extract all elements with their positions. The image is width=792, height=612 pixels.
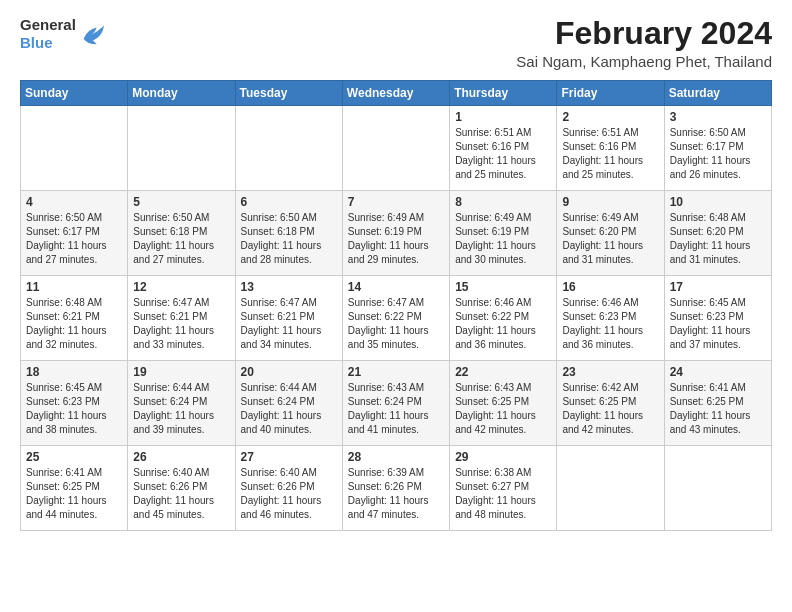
calendar-cell: 3Sunrise: 6:50 AMSunset: 6:17 PMDaylight…: [664, 106, 771, 191]
calendar-cell: 26Sunrise: 6:40 AMSunset: 6:26 PMDayligh…: [128, 446, 235, 531]
day-number: 6: [241, 195, 337, 209]
day-info: Sunrise: 6:47 AMSunset: 6:21 PMDaylight:…: [241, 296, 337, 352]
calendar-header-row: SundayMondayTuesdayWednesdayThursdayFrid…: [21, 81, 772, 106]
logo-bird-icon: [78, 20, 106, 48]
calendar-cell: 15Sunrise: 6:46 AMSunset: 6:22 PMDayligh…: [450, 276, 557, 361]
calendar-cell: [664, 446, 771, 531]
day-number: 29: [455, 450, 551, 464]
day-info: Sunrise: 6:48 AMSunset: 6:21 PMDaylight:…: [26, 296, 122, 352]
logo-blue: Blue: [20, 34, 76, 52]
calendar-cell: 22Sunrise: 6:43 AMSunset: 6:25 PMDayligh…: [450, 361, 557, 446]
calendar-week-4: 25Sunrise: 6:41 AMSunset: 6:25 PMDayligh…: [21, 446, 772, 531]
calendar-cell: [128, 106, 235, 191]
day-number: 26: [133, 450, 229, 464]
day-number: 15: [455, 280, 551, 294]
day-info: Sunrise: 6:49 AMSunset: 6:19 PMDaylight:…: [348, 211, 444, 267]
day-number: 17: [670, 280, 766, 294]
day-number: 7: [348, 195, 444, 209]
day-number: 9: [562, 195, 658, 209]
calendar-cell: 7Sunrise: 6:49 AMSunset: 6:19 PMDaylight…: [342, 191, 449, 276]
calendar-cell: 28Sunrise: 6:39 AMSunset: 6:26 PMDayligh…: [342, 446, 449, 531]
day-number: 21: [348, 365, 444, 379]
calendar-week-1: 4Sunrise: 6:50 AMSunset: 6:17 PMDaylight…: [21, 191, 772, 276]
day-number: 10: [670, 195, 766, 209]
calendar-week-0: 1Sunrise: 6:51 AMSunset: 6:16 PMDaylight…: [21, 106, 772, 191]
calendar-cell: 2Sunrise: 6:51 AMSunset: 6:16 PMDaylight…: [557, 106, 664, 191]
day-info: Sunrise: 6:50 AMSunset: 6:18 PMDaylight:…: [133, 211, 229, 267]
day-number: 18: [26, 365, 122, 379]
calendar-cell: [21, 106, 128, 191]
day-info: Sunrise: 6:40 AMSunset: 6:26 PMDaylight:…: [241, 466, 337, 522]
day-info: Sunrise: 6:46 AMSunset: 6:23 PMDaylight:…: [562, 296, 658, 352]
day-info: Sunrise: 6:47 AMSunset: 6:22 PMDaylight:…: [348, 296, 444, 352]
day-info: Sunrise: 6:41 AMSunset: 6:25 PMDaylight:…: [26, 466, 122, 522]
calendar-cell: 25Sunrise: 6:41 AMSunset: 6:25 PMDayligh…: [21, 446, 128, 531]
calendar-header-wednesday: Wednesday: [342, 81, 449, 106]
calendar-cell: 27Sunrise: 6:40 AMSunset: 6:26 PMDayligh…: [235, 446, 342, 531]
calendar-table: SundayMondayTuesdayWednesdayThursdayFrid…: [20, 80, 772, 531]
day-number: 2: [562, 110, 658, 124]
day-number: 28: [348, 450, 444, 464]
calendar-week-3: 18Sunrise: 6:45 AMSunset: 6:23 PMDayligh…: [21, 361, 772, 446]
day-number: 14: [348, 280, 444, 294]
day-info: Sunrise: 6:47 AMSunset: 6:21 PMDaylight:…: [133, 296, 229, 352]
calendar-cell: 23Sunrise: 6:42 AMSunset: 6:25 PMDayligh…: [557, 361, 664, 446]
calendar-cell: 5Sunrise: 6:50 AMSunset: 6:18 PMDaylight…: [128, 191, 235, 276]
day-number: 22: [455, 365, 551, 379]
day-info: Sunrise: 6:39 AMSunset: 6:26 PMDaylight:…: [348, 466, 444, 522]
day-number: 27: [241, 450, 337, 464]
day-info: Sunrise: 6:41 AMSunset: 6:25 PMDaylight:…: [670, 381, 766, 437]
day-info: Sunrise: 6:49 AMSunset: 6:20 PMDaylight:…: [562, 211, 658, 267]
calendar-cell: 21Sunrise: 6:43 AMSunset: 6:24 PMDayligh…: [342, 361, 449, 446]
day-info: Sunrise: 6:45 AMSunset: 6:23 PMDaylight:…: [670, 296, 766, 352]
calendar-cell: 4Sunrise: 6:50 AMSunset: 6:17 PMDaylight…: [21, 191, 128, 276]
calendar-header-monday: Monday: [128, 81, 235, 106]
day-info: Sunrise: 6:48 AMSunset: 6:20 PMDaylight:…: [670, 211, 766, 267]
subtitle: Sai Ngam, Kamphaeng Phet, Thailand: [516, 53, 772, 70]
calendar-header-thursday: Thursday: [450, 81, 557, 106]
day-number: 16: [562, 280, 658, 294]
calendar-cell: 14Sunrise: 6:47 AMSunset: 6:22 PMDayligh…: [342, 276, 449, 361]
calendar-cell: 11Sunrise: 6:48 AMSunset: 6:21 PMDayligh…: [21, 276, 128, 361]
day-info: Sunrise: 6:44 AMSunset: 6:24 PMDaylight:…: [241, 381, 337, 437]
day-number: 23: [562, 365, 658, 379]
calendar-cell: 6Sunrise: 6:50 AMSunset: 6:18 PMDaylight…: [235, 191, 342, 276]
calendar-cell: [235, 106, 342, 191]
title-block: February 2024 Sai Ngam, Kamphaeng Phet, …: [516, 16, 772, 70]
day-number: 4: [26, 195, 122, 209]
calendar-cell: 13Sunrise: 6:47 AMSunset: 6:21 PMDayligh…: [235, 276, 342, 361]
day-number: 25: [26, 450, 122, 464]
calendar-cell: 20Sunrise: 6:44 AMSunset: 6:24 PMDayligh…: [235, 361, 342, 446]
day-number: 3: [670, 110, 766, 124]
calendar-cell: 29Sunrise: 6:38 AMSunset: 6:27 PMDayligh…: [450, 446, 557, 531]
day-number: 11: [26, 280, 122, 294]
day-info: Sunrise: 6:43 AMSunset: 6:25 PMDaylight:…: [455, 381, 551, 437]
day-number: 24: [670, 365, 766, 379]
calendar-cell: 18Sunrise: 6:45 AMSunset: 6:23 PMDayligh…: [21, 361, 128, 446]
day-info: Sunrise: 6:46 AMSunset: 6:22 PMDaylight:…: [455, 296, 551, 352]
day-info: Sunrise: 6:42 AMSunset: 6:25 PMDaylight:…: [562, 381, 658, 437]
calendar-header-saturday: Saturday: [664, 81, 771, 106]
calendar-cell: 8Sunrise: 6:49 AMSunset: 6:19 PMDaylight…: [450, 191, 557, 276]
logo: General Blue: [20, 16, 106, 52]
calendar-cell: 17Sunrise: 6:45 AMSunset: 6:23 PMDayligh…: [664, 276, 771, 361]
calendar-cell: 24Sunrise: 6:41 AMSunset: 6:25 PMDayligh…: [664, 361, 771, 446]
calendar-header-friday: Friday: [557, 81, 664, 106]
calendar-cell: 9Sunrise: 6:49 AMSunset: 6:20 PMDaylight…: [557, 191, 664, 276]
calendar-body: 1Sunrise: 6:51 AMSunset: 6:16 PMDaylight…: [21, 106, 772, 531]
day-number: 20: [241, 365, 337, 379]
day-info: Sunrise: 6:44 AMSunset: 6:24 PMDaylight:…: [133, 381, 229, 437]
day-info: Sunrise: 6:51 AMSunset: 6:16 PMDaylight:…: [562, 126, 658, 182]
logo-general: General: [20, 16, 76, 34]
day-number: 19: [133, 365, 229, 379]
calendar-cell: [342, 106, 449, 191]
calendar-header-sunday: Sunday: [21, 81, 128, 106]
calendar-cell: 10Sunrise: 6:48 AMSunset: 6:20 PMDayligh…: [664, 191, 771, 276]
day-number: 8: [455, 195, 551, 209]
calendar-cell: 19Sunrise: 6:44 AMSunset: 6:24 PMDayligh…: [128, 361, 235, 446]
day-number: 12: [133, 280, 229, 294]
calendar-week-2: 11Sunrise: 6:48 AMSunset: 6:21 PMDayligh…: [21, 276, 772, 361]
calendar-cell: [557, 446, 664, 531]
day-number: 1: [455, 110, 551, 124]
calendar-cell: 1Sunrise: 6:51 AMSunset: 6:16 PMDaylight…: [450, 106, 557, 191]
